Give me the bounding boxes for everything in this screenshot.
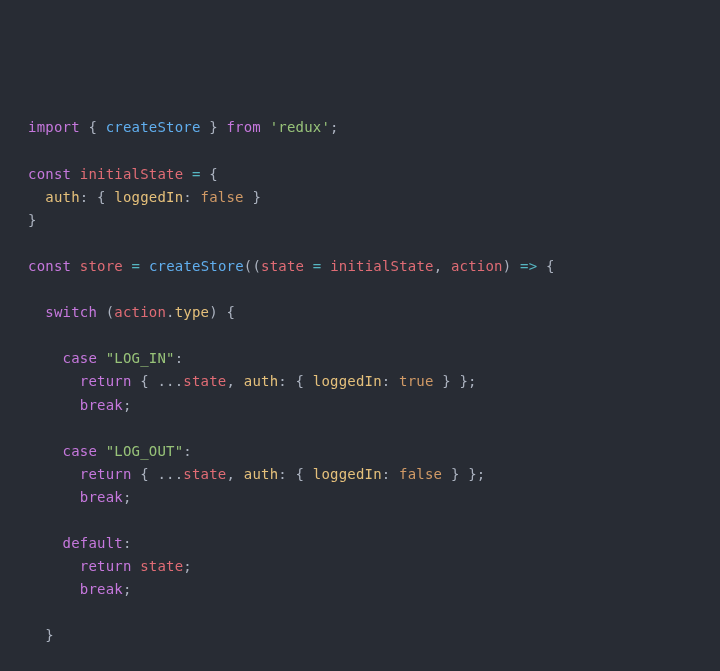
keyword-break: break — [80, 581, 123, 597]
indent — [28, 535, 63, 551]
keyword-const: const — [28, 258, 71, 274]
identifier-state: state — [140, 558, 183, 574]
punct-dot: . — [166, 304, 175, 320]
punct: { ... — [132, 373, 184, 389]
space — [71, 166, 80, 182]
keyword-return: return — [80, 466, 132, 482]
boolean-true: true — [399, 373, 434, 389]
keyword-default: default — [63, 535, 123, 551]
punct: ) { — [209, 304, 235, 320]
punct: ( — [97, 304, 114, 320]
indent — [28, 397, 80, 413]
punct: } }; — [442, 466, 485, 482]
indent — [28, 189, 45, 205]
identifier-createStore: createStore — [149, 258, 244, 274]
indent — [28, 443, 63, 459]
punct: } }; — [434, 373, 477, 389]
keyword-return: return — [80, 558, 132, 574]
operator-assign: = — [132, 258, 141, 274]
punct: : — [382, 373, 399, 389]
punct: { — [537, 258, 554, 274]
operator-assign: = — [192, 166, 201, 182]
keyword-break: break — [80, 489, 123, 505]
punct: : — [183, 443, 192, 459]
operator-arrow: => — [520, 258, 537, 274]
identifier-initialState: initialState — [330, 258, 434, 274]
identifier-action: action — [114, 304, 166, 320]
keyword-from: from — [226, 119, 261, 135]
punct: : — [123, 535, 132, 551]
space — [97, 350, 106, 366]
property-type: type — [175, 304, 210, 320]
punct: , — [227, 466, 244, 482]
space — [123, 258, 132, 274]
punct: ; — [330, 119, 339, 135]
punct: , — [434, 258, 451, 274]
space — [304, 258, 313, 274]
identifier-state: state — [183, 373, 226, 389]
punct: ) — [503, 258, 520, 274]
keyword-case: case — [63, 350, 98, 366]
punct: } — [28, 627, 54, 643]
punct: (( — [244, 258, 261, 274]
punct: } — [244, 189, 261, 205]
string-redux: 'redux' — [270, 119, 330, 135]
punct: } — [28, 212, 37, 228]
string-log-in: "LOG_IN" — [106, 350, 175, 366]
operator-assign: = — [313, 258, 322, 274]
punct: : { — [278, 373, 313, 389]
keyword-switch: switch — [45, 304, 97, 320]
punct: { — [201, 166, 218, 182]
indent — [28, 373, 80, 389]
identifier-state: state — [183, 466, 226, 482]
punct: : — [183, 189, 200, 205]
punct: : { — [278, 466, 313, 482]
indent — [28, 466, 80, 482]
identifier-createStore: createStore — [106, 119, 201, 135]
code-block: import { createStore } from 'redux'; con… — [28, 116, 692, 671]
space — [132, 558, 141, 574]
boolean-false: false — [399, 466, 442, 482]
punct: { ... — [132, 466, 184, 482]
space — [140, 258, 149, 274]
punct: ; — [123, 489, 132, 505]
punct: } — [201, 119, 227, 135]
property-auth: auth — [244, 466, 279, 482]
identifier-initialState: initialState — [80, 166, 184, 182]
property-loggedIn: loggedIn — [114, 189, 183, 205]
space — [183, 166, 192, 182]
space — [261, 119, 270, 135]
property-loggedIn: loggedIn — [313, 373, 382, 389]
identifier-action: action — [451, 258, 503, 274]
space — [97, 443, 106, 459]
indent — [28, 350, 63, 366]
boolean-false: false — [201, 189, 244, 205]
space — [322, 258, 331, 274]
punct: ; — [183, 558, 192, 574]
keyword-const: const — [28, 166, 71, 182]
keyword-import: import — [28, 119, 80, 135]
property-loggedIn: loggedIn — [313, 466, 382, 482]
punct: { — [80, 119, 106, 135]
punct: : { — [80, 189, 115, 205]
string-log-out: "LOG_OUT" — [106, 443, 184, 459]
punct: : — [175, 350, 184, 366]
punct: ; — [123, 581, 132, 597]
space — [71, 258, 80, 274]
indent — [28, 489, 80, 505]
punct: ; — [123, 397, 132, 413]
indent — [28, 558, 80, 574]
keyword-break: break — [80, 397, 123, 413]
indent — [28, 304, 45, 320]
punct: : — [382, 466, 399, 482]
identifier-store: store — [80, 258, 123, 274]
punct: , — [227, 373, 244, 389]
keyword-case: case — [63, 443, 98, 459]
property-auth: auth — [244, 373, 279, 389]
property-auth: auth — [45, 189, 80, 205]
keyword-return: return — [80, 373, 132, 389]
indent — [28, 581, 80, 597]
identifier-state: state — [261, 258, 304, 274]
